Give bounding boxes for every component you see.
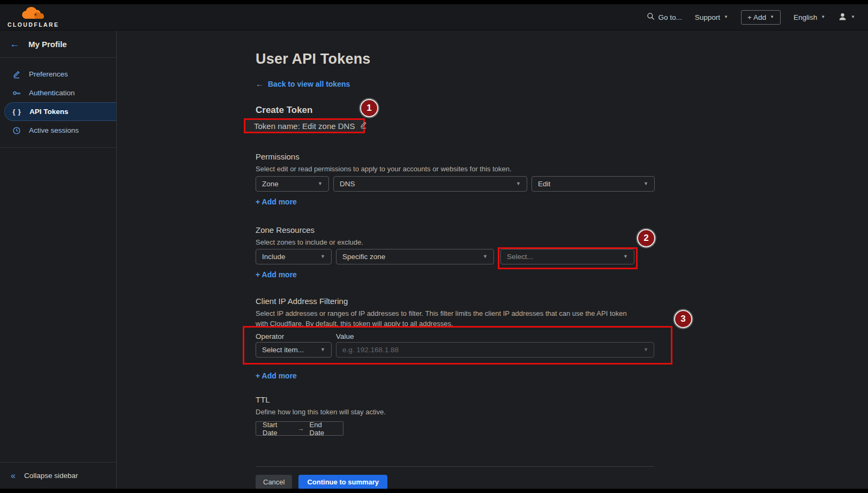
sidebar-item-label: Active sessions bbox=[29, 126, 79, 134]
ip-filtering-add-more-link[interactable]: + Add more bbox=[256, 371, 297, 380]
zone-type-select[interactable]: Specific zone ▼ bbox=[336, 249, 494, 264]
back-arrow-icon: ← bbox=[256, 79, 264, 88]
collapse-icon: « bbox=[11, 471, 16, 481]
language-menu[interactable]: English ▼ bbox=[794, 13, 825, 21]
zone-resources-description: Select zones to include or exclude. bbox=[256, 237, 868, 247]
cloudflare-cloud-icon bbox=[20, 7, 46, 22]
sidebar-item-label: Preferences bbox=[29, 70, 68, 78]
ip-filtering-description: Select IP addresses or ranges of IP addr… bbox=[256, 308, 639, 329]
create-token-heading: Create Token bbox=[256, 106, 868, 115]
sidebar-item-active-sessions[interactable]: Active sessions bbox=[0, 121, 116, 140]
permissions-heading: Permissions bbox=[256, 153, 868, 161]
sidebar-item-preferences[interactable]: Preferences bbox=[0, 65, 116, 84]
logo-wordmark: CLOUDFLARE bbox=[8, 21, 59, 28]
token-name-field[interactable]: Token name: Edit zone DNS bbox=[244, 118, 365, 133]
caret-down-icon: ▼ bbox=[623, 254, 628, 259]
page-title: User API Tokens bbox=[256, 51, 868, 67]
add-button[interactable]: + Add ▼ bbox=[741, 10, 781, 25]
caret-down-icon: ▼ bbox=[643, 181, 648, 186]
bottom-black-strip bbox=[0, 489, 868, 493]
zone-resources-add-more-link[interactable]: + Add more bbox=[256, 270, 297, 279]
sidebar-title: My Profile bbox=[28, 40, 67, 49]
ip-filtering-annotated-region: 3 Operator Value Select item... ▼ ▼ bbox=[256, 332, 654, 358]
support-menu[interactable]: Support ▼ bbox=[695, 13, 728, 21]
cloudflare-dashboard: CLOUDFLARE Go to... Support ▼ + Add ▼ En bbox=[0, 4, 868, 489]
caret-down-icon: ▼ bbox=[318, 181, 323, 186]
end-date-label: End Date bbox=[310, 421, 336, 437]
user-icon bbox=[838, 12, 847, 22]
ip-filtering-heading: Client IP Address Filtering bbox=[256, 297, 868, 306]
chevron-down-icon: ▼ bbox=[851, 15, 855, 19]
permissions-add-more-link[interactable]: + Add more bbox=[256, 198, 297, 206]
cancel-button[interactable]: Cancel bbox=[256, 475, 292, 489]
operator-label: Operator bbox=[256, 332, 336, 341]
account-menu[interactable]: ▼ bbox=[838, 12, 855, 22]
cloudflare-logo[interactable]: CLOUDFLARE bbox=[8, 7, 59, 28]
pencil-icon bbox=[12, 70, 21, 79]
sidebar-item-label: Authentication bbox=[29, 89, 75, 97]
permission-level-select[interactable]: Edit ▼ bbox=[532, 176, 655, 192]
ttl-date-range-picker[interactable]: Start Date → End Date bbox=[256, 421, 343, 436]
caret-down-icon: ▼ bbox=[320, 347, 325, 352]
top-header: CLOUDFLARE Go to... Support ▼ + Add ▼ En bbox=[0, 4, 868, 31]
arrow-right-icon: → bbox=[297, 424, 304, 433]
chevron-down-icon: ▼ bbox=[724, 15, 728, 19]
continue-to-summary-button[interactable]: Continue to summary bbox=[298, 475, 387, 489]
sidebar-nav: Preferences Authentication { } API Token… bbox=[0, 58, 116, 148]
start-date-label: Start Date bbox=[263, 421, 292, 437]
footer-divider bbox=[256, 466, 654, 467]
permission-scope-select[interactable]: Zone ▼ bbox=[256, 176, 329, 192]
annotation-badge-3: 3 bbox=[674, 310, 692, 328]
permissions-description: Select edit or read permissions to apply… bbox=[256, 164, 868, 174]
zone-select[interactable]: Select... ▼ 2 bbox=[500, 249, 634, 264]
value-label: Value bbox=[336, 332, 354, 341]
ttl-heading: TTL bbox=[256, 396, 868, 404]
chevron-down-icon: ▼ bbox=[821, 15, 825, 19]
sidebar-item-api-tokens[interactable]: { } API Tokens bbox=[4, 102, 116, 121]
caret-down-icon: ▼ bbox=[643, 347, 648, 352]
token-name-annotated-region: Token name: Edit zone DNS 1 bbox=[244, 118, 365, 133]
profile-sidebar: ← My Profile Preferences bbox=[0, 31, 117, 489]
search-icon bbox=[647, 12, 655, 22]
back-to-tokens-link[interactable]: ← Back to view all tokens bbox=[256, 79, 350, 88]
ttl-description: Define how long this token will stay act… bbox=[256, 407, 868, 417]
sidebar-item-authentication[interactable]: Authentication bbox=[0, 84, 116, 102]
chevron-down-icon: ▼ bbox=[770, 15, 774, 19]
braces-icon: { } bbox=[12, 108, 21, 116]
key-icon bbox=[12, 89, 21, 97]
go-to-search[interactable]: Go to... bbox=[647, 12, 682, 22]
caret-down-icon: ▼ bbox=[320, 254, 325, 259]
ip-value-input[interactable] bbox=[336, 342, 654, 358]
caret-down-icon: ▼ bbox=[483, 254, 488, 259]
ip-value-field-wrap: ▼ bbox=[336, 342, 654, 358]
ip-operator-select[interactable]: Select item... ▼ bbox=[256, 342, 332, 358]
caret-down-icon: ▼ bbox=[516, 181, 521, 186]
back-arrow-icon[interactable]: ← bbox=[10, 39, 19, 49]
token-name-text: Token name: Edit zone DNS bbox=[254, 122, 355, 131]
zone-resources-heading: Zone Resources bbox=[256, 226, 868, 234]
edit-pencil-icon[interactable] bbox=[360, 121, 368, 131]
permission-group-select[interactable]: DNS ▼ bbox=[333, 176, 527, 192]
collapse-sidebar-button[interactable]: « Collapse sidebar bbox=[0, 462, 116, 489]
zone-include-select[interactable]: Include ▼ bbox=[256, 249, 332, 264]
clock-icon bbox=[12, 126, 21, 135]
main-content: User API Tokens ← Back to view all token… bbox=[117, 31, 868, 489]
sidebar-item-label: API Tokens bbox=[29, 108, 69, 116]
